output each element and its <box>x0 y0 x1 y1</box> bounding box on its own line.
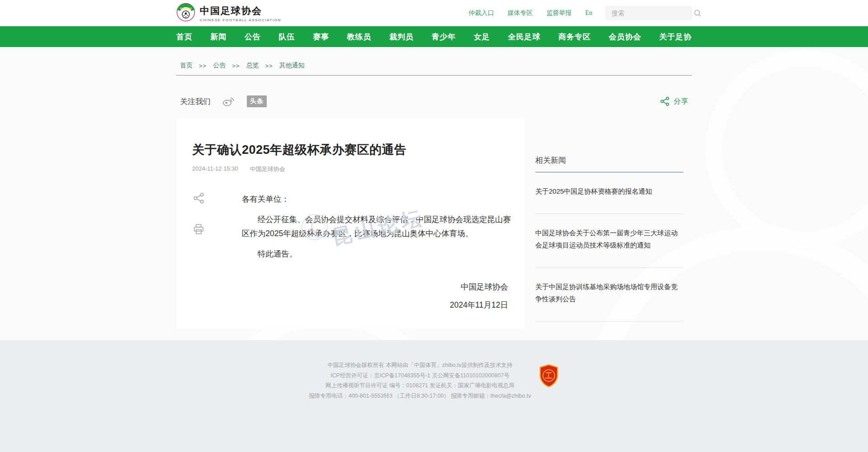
top-header: 中国足球协会 中国足球协会 CHINESE FOOTBALL ASSOCIATI… <box>0 0 868 26</box>
nav-item-youth[interactable]: 青少年 <box>432 32 456 42</box>
breadcrumb-separator: >> <box>199 62 207 69</box>
cfa-emblem-icon: 中国足球协会 <box>176 3 195 24</box>
related-news-item[interactable]: 关于中国足协训练基地采购场地场馆专用设备竞争性谈判公告 <box>535 268 684 322</box>
article-card: 关于确认2025年超级杯承办赛区的通告 2024-11-12 15:30 中国足… <box>176 118 524 328</box>
top-link-supervision[interactable]: 监督举报 <box>546 9 571 17</box>
related-news-item[interactable]: 关于2025中国足协杯资格赛的报名通知 <box>535 172 684 214</box>
article-signature: 中国足球协会 <box>192 281 508 292</box>
share-icon <box>660 96 670 106</box>
nav-item-home[interactable]: 首页 <box>176 32 193 42</box>
article-title: 关于确认2025年超级杯承办赛区的通告 <box>192 142 511 158</box>
breadcrumb-separator: >> <box>232 62 240 69</box>
related-news-heading: 相关新闻 <box>535 155 684 166</box>
breadcrumb-announcements[interactable]: 公告 <box>213 62 226 70</box>
footer-license-line: 网上传播视听节目许可证 编号：0108271 发证机关：国家广播电影电视总局 <box>309 381 531 391</box>
top-link-arbitration[interactable]: 仲裁入口 <box>468 9 494 17</box>
article-source: 中国足球协会 <box>250 165 285 173</box>
search-icon[interactable] <box>693 9 702 17</box>
nav-item-business[interactable]: 商务专区 <box>558 32 591 42</box>
breadcrumb-home[interactable]: 首页 <box>180 62 193 70</box>
nav-item-coaches[interactable]: 教练员 <box>347 32 372 42</box>
logo-subtitle: CHINESE FOOTBALL ASSOCIATION <box>200 18 281 22</box>
nav-item-member-associations[interactable]: 会员协会 <box>609 32 642 42</box>
footer-shield-badge-icon: 工 <box>538 364 559 390</box>
footer-contact-line: 报障专用电话：400-801-5553转3 （工作日8:30-17:00） 报障… <box>309 391 531 401</box>
breadcrumb-other-notices[interactable]: 其他通知 <box>279 62 305 70</box>
nav-item-womens-football[interactable]: 女足 <box>474 32 490 42</box>
follow-us-label: 关注我们 <box>180 96 211 107</box>
article-paragraph: 特此通告。 <box>242 247 511 261</box>
toutiao-badge[interactable]: 头条 <box>247 95 267 107</box>
related-news-sidebar: 相关新闻 关于2025中国足协杯资格赛的报名通知 中国足球协会关于公布第一届青少… <box>524 118 692 322</box>
breadcrumb-separator: >> <box>265 62 273 69</box>
nav-item-competitions[interactable]: 赛事 <box>313 32 329 42</box>
breadcrumb-overview[interactable]: 总览 <box>246 62 259 70</box>
nav-item-news[interactable]: 新闻 <box>211 32 227 42</box>
breadcrumb: 首页 >> 公告 >> 总览 >> 其他通知 <box>176 47 692 76</box>
article-share-icon[interactable] <box>193 192 205 204</box>
logo-title: 中国足球协会 <box>200 5 281 17</box>
cfa-logo[interactable]: 中国足球协会 中国足球协会 CHINESE FOOTBALL ASSOCIATI… <box>176 3 281 24</box>
page-footer: 中国足球协会版权所有 本网站由「中国体育」zhibo.tv提供制作及技术支持 I… <box>0 340 868 452</box>
share-button[interactable]: 分享 <box>660 96 688 106</box>
search-box <box>606 6 692 20</box>
nav-item-teams[interactable]: 队伍 <box>279 32 295 42</box>
print-icon[interactable] <box>193 223 205 235</box>
weibo-icon[interactable] <box>222 96 234 107</box>
article-body-text: 各有关单位： 经公开征集、会员协会提交材料及综合评估，中国足球协会现选定昆山赛区… <box>242 192 511 262</box>
nav-item-about[interactable]: 关于足协 <box>659 32 692 42</box>
share-label: 分享 <box>674 97 688 106</box>
article-signature-date: 2024年11月12日 <box>192 300 508 310</box>
article-date: 2024-11-12 15:30 <box>192 165 238 173</box>
top-link-english[interactable]: En <box>585 10 592 17</box>
search-input[interactable] <box>612 10 693 17</box>
top-link-media[interactable]: 媒体专区 <box>507 9 533 17</box>
nav-item-referees[interactable]: 裁判员 <box>389 32 414 42</box>
svg-text:工: 工 <box>545 371 552 380</box>
article-paragraph: 经公开征集、会员协会提交材料及综合评估，中国足球协会现选定昆山赛区作为2025年… <box>242 213 511 241</box>
related-news-item[interactable]: 中国足球协会关于公布第一届青少年三大球运动会足球项目运动员技术等级标准的通知 <box>535 214 684 268</box>
nav-item-announcements[interactable]: 公告 <box>245 32 261 42</box>
article-paragraph: 各有关单位： <box>242 192 511 206</box>
footer-icp-line: ICP经营许可证：京ICP备17048355号-1 京公网安备110101020… <box>309 371 531 381</box>
main-navigation: 首页 新闻 公告 队伍 赛事 教练员 裁判员 青少年 女足 全民足球 商务专区 … <box>0 26 868 47</box>
nav-item-grassroots[interactable]: 全民足球 <box>508 32 541 42</box>
footer-copyright-line: 中国足球协会版权所有 本网站由「中国体育」zhibo.tv提供制作及技术支持 <box>309 360 531 371</box>
